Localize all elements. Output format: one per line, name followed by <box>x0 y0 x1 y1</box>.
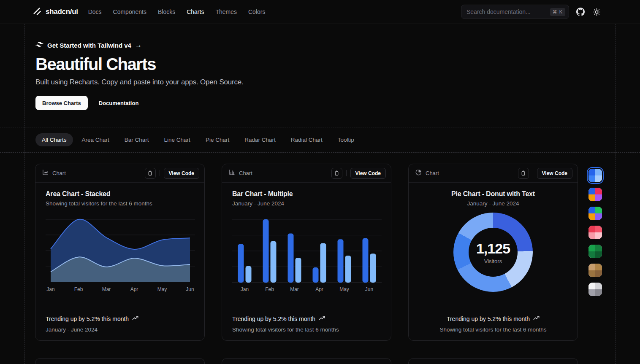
card-body: Bar Chart - Multiple January - June 2024… <box>222 183 391 296</box>
card-footer: Trending up by 5.2% this month Showing t… <box>419 315 567 333</box>
swatch-quadrant <box>588 264 595 270</box>
tab-radar-chart[interactable]: Radar Chart <box>238 133 282 146</box>
swatch-quadrant <box>588 270 595 277</box>
card-header: Chart View Code <box>409 164 578 183</box>
tab-all-charts[interactable]: All Charts <box>35 133 73 146</box>
tab-radial-chart[interactable]: Radial Chart <box>285 133 329 146</box>
left-dashed-border <box>24 24 25 364</box>
svg-text:Jun: Jun <box>365 286 373 292</box>
swatch-quadrant <box>595 232 602 239</box>
area-chart: JanFebMarAprMayJun <box>46 212 194 296</box>
tab-tooltip[interactable]: Tooltip <box>331 133 361 146</box>
header-separator <box>533 170 533 176</box>
chart-description: Showing total visitors for the last 6 mo… <box>46 200 194 207</box>
copy-code-button[interactable] <box>331 168 342 179</box>
theme-swatch-amber[interactable] <box>588 264 602 277</box>
swatch-quadrant <box>595 207 602 213</box>
nav-link-charts[interactable]: Charts <box>187 8 204 15</box>
hero-buttons: Browse Charts Documentation <box>35 96 244 110</box>
swatch-quadrant <box>595 169 602 175</box>
donut-center: 1,125 Visitors <box>469 228 518 277</box>
swatch-quadrant <box>588 169 595 175</box>
header-separator <box>160 170 160 176</box>
svg-text:Jun: Jun <box>186 286 194 292</box>
nav-link-docs[interactable]: Docs <box>88 8 102 15</box>
page-subtitle: Built using Recharts. Copy and paste int… <box>35 78 244 86</box>
svg-text:Apr: Apr <box>130 286 138 292</box>
swatch-quadrant <box>588 194 595 201</box>
footnote-text: January - June 2024 <box>46 326 194 333</box>
theme-swatch-multicolor-green[interactable] <box>588 207 602 220</box>
pie-chart-card: Chart View Code Pie Chart - Donut with T… <box>408 164 578 341</box>
tailwind-icon <box>35 41 43 49</box>
area-chart-icon <box>42 169 49 177</box>
trending-up-icon <box>319 315 325 323</box>
shadcn-logo-icon <box>32 6 41 17</box>
header-separator <box>346 170 347 176</box>
card-body: Pie Chart - Donut with Text January - Ju… <box>409 183 578 292</box>
swatch-quadrant <box>595 194 602 201</box>
swatch-quadrant <box>588 188 595 194</box>
copy-code-button[interactable] <box>145 168 156 179</box>
card-body: Area Chart - Stacked Showing total visit… <box>35 183 204 296</box>
copy-code-button[interactable] <box>518 168 529 179</box>
tab-line-chart[interactable]: Line Chart <box>158 133 197 146</box>
swatch-quadrant <box>595 283 602 289</box>
trend-text: Trending up by 5.2% this month <box>232 315 315 322</box>
page-title: Beautiful Charts <box>35 55 244 74</box>
github-icon[interactable] <box>576 7 585 16</box>
theme-swatch-red[interactable] <box>588 226 602 239</box>
search-input[interactable]: Search documentation... ⌘ K <box>461 5 569 19</box>
swatch-quadrant <box>588 283 595 289</box>
tab-pie-chart[interactable]: Pie Chart <box>199 133 236 146</box>
tailwind-announcement-link[interactable]: Get Started with Tailwind v4 → <box>35 41 244 49</box>
right-dashed-border <box>615 24 616 364</box>
view-code-button[interactable]: View Code <box>164 168 199 179</box>
next-row-card-top <box>35 358 205 364</box>
theme-swatch-green[interactable] <box>588 245 602 258</box>
tab-bar-chart[interactable]: Bar Chart <box>118 133 155 146</box>
view-code-button[interactable]: View Code <box>537 168 572 179</box>
swatch-quadrant <box>595 270 602 277</box>
swatch-quadrant <box>588 251 595 258</box>
footnote-text: Showing total visitors for the last 6 mo… <box>232 326 381 333</box>
swatch-quadrant <box>595 251 602 258</box>
swatch-quadrant <box>588 232 595 239</box>
arrow-right-icon: → <box>135 41 142 49</box>
card-header-label: Chart <box>52 170 145 176</box>
brand[interactable]: shadcn/ui <box>32 6 78 17</box>
svg-text:Mar: Mar <box>102 286 111 292</box>
nav-link-colors[interactable]: Colors <box>248 8 265 15</box>
search-shortcut-kbd: ⌘ K <box>550 8 565 16</box>
browse-charts-button[interactable]: Browse Charts <box>35 96 88 110</box>
swatch-quadrant <box>595 188 602 194</box>
nav-link-components[interactable]: Components <box>113 8 146 15</box>
brand-name: shadcn/ui <box>46 8 78 16</box>
donut-chart: 1,125 Visitors <box>453 213 533 292</box>
footnote-text: Showing total visitors for the last 6 mo… <box>419 326 567 333</box>
swatch-quadrant <box>588 245 595 251</box>
theme-picker-rail <box>588 169 602 296</box>
view-code-button[interactable]: View Code <box>350 168 386 179</box>
nav-link-themes[interactable]: Themes <box>215 8 237 15</box>
search-placeholder: Search documentation... <box>466 8 550 15</box>
tab-area-chart[interactable]: Area Chart <box>76 133 116 146</box>
chart-category-tabs: All Charts Area Chart Bar Chart Line Cha… <box>0 127 640 153</box>
area-chart-card: Chart View Code Area Chart - Stacked Sho… <box>35 164 205 341</box>
trend-text: Trending up by 5.2% this month <box>46 315 129 322</box>
nav-link-blocks[interactable]: Blocks <box>158 8 175 15</box>
swatch-quadrant <box>595 264 602 270</box>
documentation-button[interactable]: Documentation <box>92 96 146 110</box>
theme-swatch-blue[interactable] <box>588 169 602 182</box>
svg-text:May: May <box>157 286 167 292</box>
swatch-quadrant <box>595 175 602 182</box>
svg-text:Jan: Jan <box>46 286 54 292</box>
theme-toggle-sun-icon[interactable] <box>592 7 601 16</box>
theme-swatch-multicolor-pink[interactable] <box>588 188 602 201</box>
hero-badge-text: Get Started with Tailwind v4 <box>47 42 131 49</box>
chart-title: Area Chart - Stacked <box>46 190 194 198</box>
svg-text:Mar: Mar <box>290 286 299 292</box>
theme-swatch-gray[interactable] <box>588 283 602 296</box>
trending-up-icon <box>132 315 138 323</box>
svg-text:Apr: Apr <box>315 286 323 292</box>
